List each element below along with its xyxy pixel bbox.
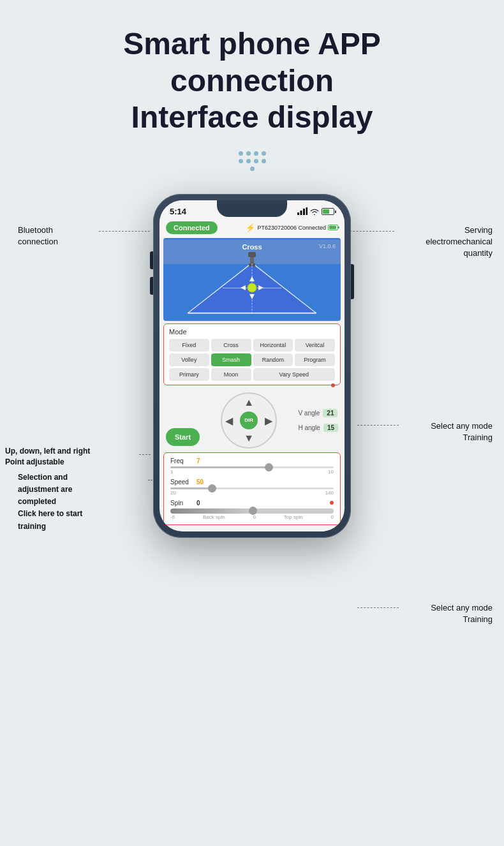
dir-down-arrow[interactable]: ▼	[244, 433, 254, 444]
court-area: Cross V1.0.6	[163, 238, 341, 321]
updown-line	[139, 454, 151, 455]
wifi-icon	[310, 208, 319, 215]
v-angle-label: V angle	[298, 410, 320, 417]
phone-button-left	[150, 251, 153, 269]
h-angle-label: H angle	[298, 424, 320, 431]
diagram-area: Bluetooth connection Up, down, left and …	[0, 194, 504, 538]
device-info: ⚡ PT6230720006 Connected	[246, 223, 338, 232]
spin-slider-track[interactable]	[170, 508, 334, 514]
v-angle-value: 21	[323, 409, 337, 417]
svg-marker-17	[249, 276, 255, 281]
annotation-selection: Selection andadjustment arecompletedClic…	[18, 471, 82, 533]
speed-min: 20	[170, 490, 176, 496]
mode-btn-vertical[interactable]: Veritcal	[295, 339, 335, 352]
mode-btn-cross[interactable]: Cross	[211, 339, 251, 352]
status-time: 5:14	[170, 207, 186, 216]
mode-btn-smash[interactable]: Smash	[211, 353, 251, 366]
freq-min: 1	[170, 469, 173, 475]
mode-btn-horizontal[interactable]: Horizontal	[253, 339, 293, 352]
annotation-select-mode-bot: Select any modeTraining	[431, 602, 493, 625]
mode-indicator-dot	[331, 383, 335, 387]
title-line1: Smart phone APP	[123, 27, 381, 61]
device-name: PT6230720006 Connected	[257, 225, 326, 231]
mode-btn-varyspeed[interactable]: Vary Speed	[253, 368, 336, 381]
signal-icon	[297, 207, 308, 215]
battery-icon	[322, 208, 334, 215]
dots-decoration	[235, 151, 269, 171]
speed-slider-thumb[interactable]	[208, 484, 216, 493]
svg-point-16	[248, 283, 256, 292]
mode-btn-random[interactable]: Random	[253, 353, 293, 366]
freq-label: Freq	[170, 457, 193, 464]
speed-value: 50	[196, 479, 204, 486]
phone-notch	[217, 200, 287, 217]
select-mode-top-line	[357, 425, 399, 426]
mode-label: Mode	[169, 328, 335, 336]
annotation-select-mode-top: Select any modeTraining	[431, 420, 493, 443]
page-title: Smart phone APP connection Interface dis…	[98, 26, 406, 136]
serving-line	[346, 231, 394, 232]
freq-value: 7	[196, 457, 200, 464]
select-mode-bot-line	[357, 607, 399, 608]
svg-rect-3	[306, 207, 308, 215]
speed-slider-track[interactable]	[170, 487, 334, 489]
spin-zero: 0	[253, 514, 256, 520]
app-topbar: Connected ⚡ PT6230720006 Connected	[159, 219, 345, 238]
court-label: Cross	[242, 243, 262, 251]
robot-icon	[246, 252, 258, 270]
annotation-bluetooth: Bluetooth connection	[18, 225, 58, 248]
dir-right-arrow[interactable]: ▶	[265, 414, 272, 426]
phone-inner: 5:14	[159, 200, 345, 531]
controls-area: Start ▲ ▼ ◀ ▶ DIR V angle 21	[159, 389, 345, 452]
svg-rect-4	[248, 252, 256, 257]
svg-rect-0	[297, 212, 299, 215]
direction-arrows	[238, 274, 266, 304]
mode-btn-fixed[interactable]: Fixed	[169, 339, 209, 352]
svg-rect-5	[250, 257, 254, 263]
phone-mockup: 5:14	[153, 194, 351, 538]
dir-left-arrow[interactable]: ◀	[225, 414, 233, 426]
spin-top-label: Top spin	[284, 514, 303, 520]
spin-max: 0	[331, 514, 334, 520]
phone-button-left2	[150, 277, 153, 295]
angle-info: V angle 21 H angle 15	[298, 409, 338, 432]
svg-rect-2	[303, 209, 305, 215]
v-angle-row: V angle 21	[298, 409, 338, 417]
dir-center-button[interactable]: DIR	[240, 412, 258, 429]
mode-buttons-grid: Fixed Cross Horizontal Veritcal Volley S…	[169, 339, 335, 381]
svg-rect-6	[249, 263, 251, 267]
spin-indicator	[330, 501, 334, 505]
mode-btn-primary[interactable]: Primary	[169, 368, 209, 381]
mode-btn-program[interactable]: Program	[295, 353, 335, 366]
start-button[interactable]: Start	[166, 428, 200, 446]
spin-label: Spin	[170, 500, 193, 507]
annotation-serving: Servingelectromechanicalquantity	[426, 225, 493, 260]
arrows-svg	[238, 274, 266, 302]
title-line2: connection	[170, 64, 334, 98]
h-angle-value: 15	[323, 424, 338, 432]
direction-pad[interactable]: ▲ ▼ ◀ ▶ DIR	[221, 392, 277, 449]
params-section: Freq 7 1 10 Speed 50	[163, 452, 341, 525]
title-line3: Interface display	[131, 100, 373, 134]
status-icons	[297, 207, 334, 215]
svg-rect-7	[253, 263, 255, 267]
svg-marker-18	[249, 294, 255, 299]
mode-section: Mode Fixed Cross Horizontal Veritcal Vol…	[163, 323, 341, 385]
mode-btn-volley[interactable]: Volley	[169, 353, 209, 366]
freq-slider-track[interactable]	[170, 466, 334, 468]
mode-btn-moon[interactable]: Moon	[211, 368, 251, 381]
speed-max: 140	[325, 490, 334, 496]
spin-back-label: Back spin	[203, 514, 225, 520]
device-battery-icon	[328, 225, 338, 230]
spin-min: -6	[170, 514, 175, 520]
spin-value: 0	[196, 500, 200, 507]
dir-up-arrow[interactable]: ▲	[244, 397, 254, 408]
freq-row: Freq 7 1 10	[170, 457, 334, 475]
svg-rect-1	[300, 211, 302, 215]
bluetooth-line	[99, 231, 150, 232]
h-angle-row: H angle 15	[298, 424, 338, 432]
phone-button-right	[351, 264, 354, 299]
freq-max: 10	[328, 469, 334, 475]
connected-button[interactable]: Connected	[166, 221, 218, 234]
annotation-updown: Up, down, left and rightPoint adjustable	[5, 446, 90, 468]
